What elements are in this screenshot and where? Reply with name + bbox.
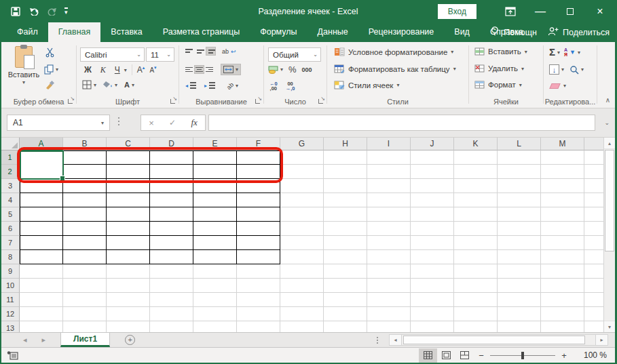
cell-F10[interactable] bbox=[237, 279, 280, 293]
cell-G4[interactable] bbox=[280, 193, 324, 207]
cell-G3[interactable] bbox=[280, 179, 324, 193]
cell-H4[interactable] bbox=[324, 193, 367, 207]
column-header-D[interactable]: D bbox=[150, 138, 193, 150]
cell-G13[interactable] bbox=[280, 321, 324, 332]
italic-button[interactable]: К bbox=[98, 65, 108, 75]
cell-E3[interactable] bbox=[193, 179, 237, 193]
cell-L12[interactable] bbox=[498, 307, 541, 321]
redo-button[interactable]: ▾ bbox=[47, 7, 56, 16]
fill-dropdown-icon[interactable]: ▾ bbox=[561, 66, 564, 73]
cell-L11[interactable] bbox=[498, 293, 541, 307]
cell-K4[interactable] bbox=[454, 193, 498, 207]
cell-M6[interactable] bbox=[541, 222, 584, 236]
cell-J12[interactable] bbox=[411, 307, 454, 321]
column-header-F[interactable]: F bbox=[237, 138, 280, 150]
cell-G9[interactable] bbox=[280, 264, 324, 279]
cell-H13[interactable] bbox=[324, 321, 367, 332]
font-name-combobox[interactable]: Calibri⌄ bbox=[80, 47, 145, 62]
cell-B3[interactable] bbox=[63, 179, 107, 193]
cell-M9[interactable] bbox=[541, 264, 584, 279]
cell-H12[interactable] bbox=[324, 307, 367, 321]
cell-I1[interactable] bbox=[367, 150, 411, 165]
align-top-button[interactable] bbox=[183, 47, 192, 55]
column-header-G[interactable]: G bbox=[280, 138, 324, 150]
select-all-corner[interactable] bbox=[1, 138, 20, 150]
confirm-entry-icon[interactable]: ✓ bbox=[169, 118, 176, 127]
align-middle-button[interactable] bbox=[195, 47, 204, 55]
delete-cells-dropdown-icon[interactable]: ▾ bbox=[521, 66, 524, 72]
share-label[interactable]: Поделиться bbox=[563, 28, 610, 37]
decrease-font-button[interactable]: A bbox=[149, 66, 156, 74]
column-header-M[interactable]: M bbox=[541, 138, 584, 150]
cell-H5[interactable] bbox=[324, 207, 367, 222]
comma-style-button[interactable]: 000 bbox=[302, 66, 312, 73]
expand-formula-bar-icon[interactable]: ⌄ bbox=[604, 119, 610, 126]
cell-C5[interactable] bbox=[107, 207, 150, 222]
cell-partial-1[interactable] bbox=[584, 150, 603, 165]
row-header-6[interactable]: 6 bbox=[1, 222, 20, 236]
increase-font-button[interactable]: A bbox=[137, 65, 145, 75]
cell-A8[interactable] bbox=[20, 250, 63, 264]
horizontal-scrollbar[interactable]: ◂ ▸ bbox=[377, 334, 608, 346]
merge-center-dropdown-icon[interactable]: ▾ bbox=[236, 66, 238, 73]
find-dropdown-icon[interactable]: ▾ bbox=[581, 66, 584, 73]
column-header-K[interactable]: K bbox=[454, 138, 498, 150]
borders-dropdown-icon[interactable]: ▾ bbox=[94, 82, 96, 88]
tell-me-label[interactable]: Помощн bbox=[504, 28, 537, 37]
cell-D8[interactable] bbox=[150, 250, 193, 264]
cell-E10[interactable] bbox=[193, 279, 237, 293]
conditional-formatting-button[interactable]: Условное форматирование ▾ bbox=[334, 47, 453, 56]
cell-B7[interactable] bbox=[63, 236, 107, 250]
undo-dropdown-icon[interactable]: ▾ bbox=[35, 8, 38, 14]
clear-eraser-icon[interactable] bbox=[549, 83, 561, 89]
cell-H6[interactable] bbox=[324, 222, 367, 236]
cell-A9[interactable] bbox=[20, 264, 63, 279]
cell-partial-3[interactable] bbox=[584, 179, 603, 193]
scroll-down-icon[interactable]: ▾ bbox=[604, 321, 615, 332]
accounting-format-button[interactable]: ▾ bbox=[268, 66, 283, 74]
insert-cells-dropdown-icon[interactable]: ▾ bbox=[525, 49, 527, 55]
cell-L2[interactable] bbox=[498, 165, 541, 179]
cell-styles-button[interactable]: Стили ячеек ▾ bbox=[334, 81, 399, 89]
cell-J6[interactable] bbox=[411, 222, 454, 236]
cell-partial-13[interactable] bbox=[584, 321, 603, 332]
cell-I5[interactable] bbox=[367, 207, 411, 222]
row-header-1[interactable]: 1 bbox=[1, 150, 20, 165]
column-header-L[interactable]: L bbox=[498, 138, 541, 150]
cell-E2[interactable] bbox=[193, 165, 237, 179]
cell-partial-12[interactable] bbox=[584, 307, 603, 321]
cell-D2[interactable] bbox=[150, 165, 193, 179]
font-color-dropdown-icon[interactable]: ▾ bbox=[132, 82, 134, 88]
scroll-right-icon[interactable]: ▸ bbox=[595, 334, 608, 346]
cell-E5[interactable] bbox=[193, 207, 237, 222]
cell-L9[interactable] bbox=[498, 264, 541, 279]
cell-K9[interactable] bbox=[454, 264, 498, 279]
cell-E8[interactable] bbox=[193, 250, 237, 264]
cell-E1[interactable] bbox=[193, 150, 237, 165]
accessibility-keyboard-icon[interactable] bbox=[7, 351, 18, 360]
cell-L1[interactable] bbox=[498, 150, 541, 165]
wrap-text-button[interactable]: ab↩ bbox=[222, 48, 236, 55]
fill-color-button[interactable]: ▾ bbox=[103, 81, 117, 88]
scrollbar-resize-handle[interactable] bbox=[377, 337, 378, 344]
cell-I4[interactable] bbox=[367, 193, 411, 207]
row-header-11[interactable]: 11 bbox=[1, 293, 20, 307]
cell-F12[interactable] bbox=[237, 307, 280, 321]
horizontal-scrollbar-thumb[interactable] bbox=[403, 336, 585, 344]
cell-A3[interactable] bbox=[20, 179, 63, 193]
orientation-dropdown-icon[interactable]: ▾ bbox=[236, 83, 238, 89]
cell-G8[interactable] bbox=[280, 250, 324, 264]
cell-I3[interactable] bbox=[367, 179, 411, 193]
scroll-left-icon[interactable]: ◂ bbox=[389, 334, 402, 346]
cell-I8[interactable] bbox=[367, 250, 411, 264]
decrease-decimal-button[interactable]: 00→,0 bbox=[286, 81, 295, 91]
zoom-slider-thumb[interactable] bbox=[521, 352, 524, 359]
cell-C1[interactable] bbox=[107, 150, 150, 165]
zoom-slider[interactable] bbox=[490, 355, 555, 356]
cell-M7[interactable] bbox=[541, 236, 584, 250]
cell-L13[interactable] bbox=[498, 321, 541, 332]
find-select-button[interactable]: ▾ bbox=[569, 65, 584, 75]
clear-dropdown-icon[interactable]: ▾ bbox=[563, 83, 566, 89]
cell-D10[interactable] bbox=[150, 279, 193, 293]
clipboard-dialog-launcher-icon[interactable] bbox=[67, 98, 74, 104]
